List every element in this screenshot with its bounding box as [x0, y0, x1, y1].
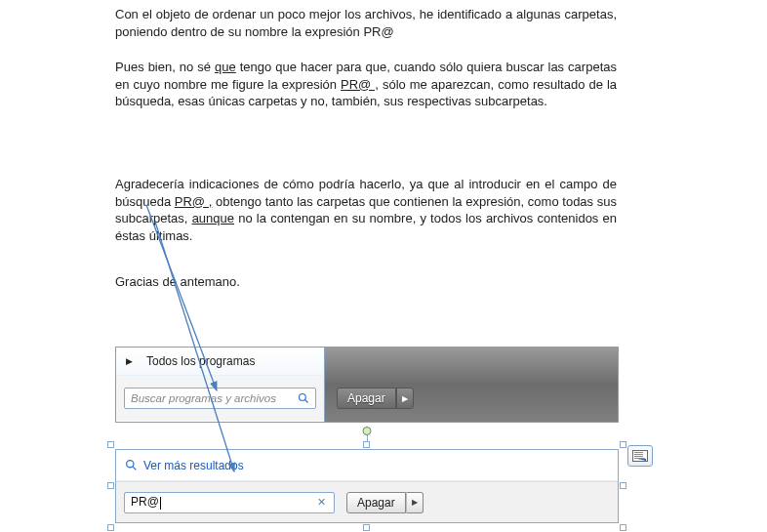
more-results-label: Ver más resultados [143, 459, 244, 472]
resize-handle-n[interactable] [363, 441, 370, 448]
shutdown-dropdown[interactable]: ▶ [396, 388, 414, 409]
resize-handle-s[interactable] [363, 524, 370, 531]
svg-point-0 [300, 394, 306, 401]
start-menu-left-pane: ▶ Todos los programas Buscar programas y… [116, 348, 325, 422]
shutdown-button[interactable]: Apagar [337, 388, 396, 409]
search-input-filled[interactable]: PR@ ✕ [124, 492, 335, 513]
resize-handle-sw[interactable] [107, 524, 114, 531]
selected-image-frame[interactable]: Ver más resultados PR@ ✕ Apagar ▶ [111, 445, 623, 527]
layout-options-button[interactable] [627, 445, 653, 467]
all-programs-button[interactable]: ▶ Todos los programas [116, 348, 324, 376]
paragraph-4: Gracias de antemano. [115, 273, 617, 291]
all-programs-label: Todos los programas [146, 354, 255, 368]
rotate-handle-icon[interactable] [363, 427, 372, 435]
svg-point-2 [127, 461, 134, 468]
clear-input-button[interactable]: ✕ [315, 496, 328, 509]
resize-handle-nw[interactable] [107, 441, 114, 448]
start-menu-panel: ▶ Todos los programas Buscar programas y… [115, 347, 619, 423]
resize-handle-e[interactable] [620, 482, 626, 489]
shutdown-button-light[interactable]: Apagar [346, 492, 406, 513]
paragraph-3: Agradecería indicaciones de cómo podría … [115, 176, 617, 244]
shutdown-dropdown-light[interactable]: ▶ [406, 492, 424, 513]
svg-line-1 [305, 400, 308, 403]
resize-handle-ne[interactable] [620, 441, 626, 448]
svg-line-3 [133, 467, 136, 470]
paragraph-2: Pues bien, no sé que tengo que hacer par… [115, 59, 617, 110]
search-icon [125, 459, 138, 471]
shutdown-button-group: Apagar ▶ [337, 388, 414, 409]
search-placeholder: Buscar programas y archivos [131, 392, 298, 404]
resize-handle-w[interactable] [107, 482, 114, 489]
search-results-bottom: PR@ ✕ Apagar ▶ [116, 481, 618, 522]
search-input-value: PR@ [131, 495, 159, 509]
search-input[interactable]: Buscar programas y archivos [124, 388, 316, 409]
resize-handle-se[interactable] [620, 524, 626, 531]
search-icon [298, 392, 309, 404]
search-row: Buscar programas y archivos [116, 376, 324, 421]
search-results-panel: Ver más resultados PR@ ✕ Apagar ▶ [115, 449, 619, 523]
shutdown-button-group-light: Apagar ▶ [346, 492, 424, 513]
layout-options-icon [632, 450, 648, 462]
text-caret-icon [160, 497, 161, 510]
paragraph-1: Con el objeto de ordenar un poco mejor l… [115, 6, 617, 40]
more-results-link[interactable]: Ver más resultados [116, 450, 618, 481]
chevron-right-icon: ▶ [126, 356, 133, 366]
